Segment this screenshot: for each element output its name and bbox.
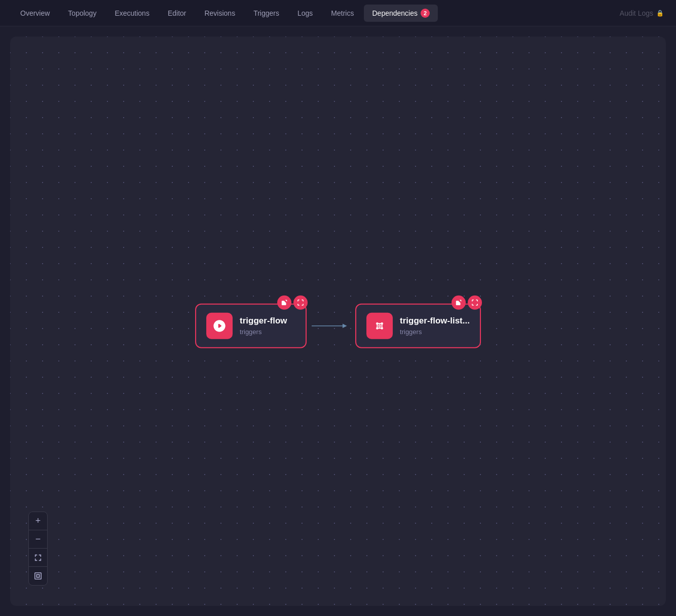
node1-icon xyxy=(206,312,233,339)
tab-triggers[interactable]: Triggers xyxy=(245,5,287,21)
node1-actions xyxy=(277,295,308,309)
dependencies-badge: 2 xyxy=(421,9,430,18)
node1-expand-button[interactable] xyxy=(293,295,308,309)
node1-type: triggers xyxy=(240,328,287,336)
lock-icon: 🔒 xyxy=(656,10,664,17)
tab-dependencies[interactable]: Dependencies 2 xyxy=(364,5,438,22)
zoom-in-button[interactable]: + xyxy=(29,512,47,530)
node2-icon xyxy=(366,312,393,339)
tab-executions[interactable]: Executions xyxy=(106,5,157,21)
main-nav: Overview Topology Executions Editor Revi… xyxy=(0,0,676,26)
node2-type: triggers xyxy=(400,328,470,336)
zoom-fit-width-button[interactable] xyxy=(29,549,47,567)
zoom-fit-all-button[interactable] xyxy=(29,567,47,585)
audit-logs-disabled: Audit Logs 🔒 xyxy=(620,9,664,17)
node-connector xyxy=(307,320,355,331)
node2-info: trigger-flow-list... triggers xyxy=(400,316,470,336)
tab-overview[interactable]: Overview xyxy=(12,5,58,21)
zoom-out-button[interactable]: − xyxy=(29,530,47,549)
node1-open-button[interactable] xyxy=(277,295,291,309)
tab-logs[interactable]: Logs xyxy=(289,5,321,21)
tab-revisions[interactable]: Revisions xyxy=(196,5,243,21)
node2-expand-button[interactable] xyxy=(468,295,482,309)
topology-canvas: trigger-flow triggers xyxy=(10,37,666,606)
node-trigger-flow-list[interactable]: trigger-flow-list... triggers xyxy=(355,303,481,348)
tab-metrics[interactable]: Metrics xyxy=(323,5,362,21)
tab-editor[interactable]: Editor xyxy=(160,5,195,21)
svg-rect-17 xyxy=(35,573,41,579)
node2-open-button[interactable] xyxy=(452,295,466,309)
tab-topology[interactable]: Topology xyxy=(60,5,104,21)
arrow-line xyxy=(311,320,351,331)
nodes-container: trigger-flow triggers xyxy=(195,303,481,348)
node1-name: trigger-flow xyxy=(240,316,287,326)
node1-info: trigger-flow triggers xyxy=(240,316,287,336)
zoom-controls: + − xyxy=(28,512,48,586)
node-trigger-flow[interactable]: trigger-flow triggers xyxy=(195,303,307,348)
node2-name: trigger-flow-list... xyxy=(400,316,470,326)
node2-actions xyxy=(452,295,482,309)
